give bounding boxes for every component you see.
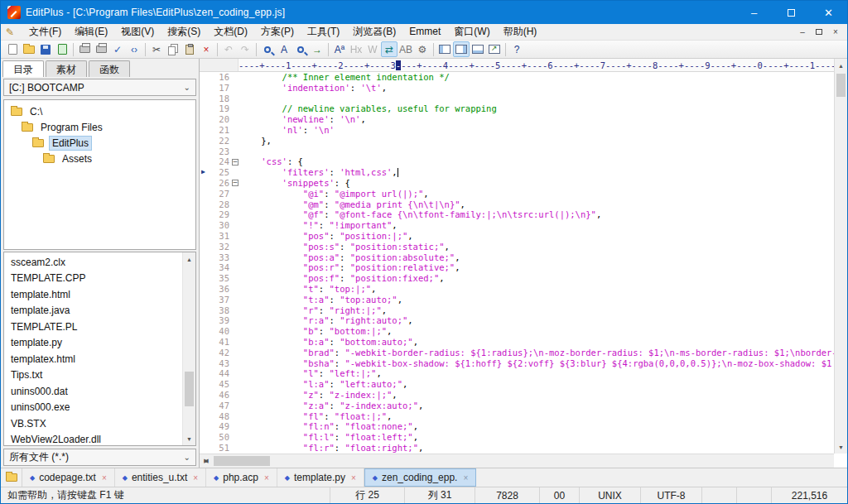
scroll-thumb[interactable]	[214, 456, 270, 466]
list-item[interactable]: Tips.txt	[4, 367, 181, 384]
code-line[interactable]: 41 "b:a": "bottom:auto;",	[200, 337, 834, 348]
list-item[interactable]: templatex.html	[4, 351, 181, 367]
drive-selector[interactable]: [C:] BOOTCAMP ⌄	[3, 79, 196, 96]
line-number-toggle[interactable]: ⇄	[381, 41, 398, 57]
menu-item-file[interactable]: 文件(F)	[22, 24, 68, 39]
print-preview-button[interactable]	[76, 41, 93, 57]
context-help-button[interactable]: ?	[508, 41, 525, 57]
menu-item-browser[interactable]: 浏览器(B)	[346, 24, 402, 39]
menu-item-project[interactable]: 方案(P)	[254, 24, 301, 39]
list-item[interactable]: ssceam2.clx	[4, 254, 181, 271]
scroll-up-icon[interactable]: ▲	[183, 252, 195, 266]
html-toolbar-button[interactable]: ‹›	[126, 41, 142, 57]
output-window-toggle[interactable]	[470, 41, 486, 57]
editor-horizontal-scrollbar[interactable]: ◀ ▶	[200, 454, 834, 468]
menu-item-emmet[interactable]: Emmet	[402, 24, 447, 39]
code-line[interactable]: 45 "l:a": "left:auto;",	[200, 379, 834, 390]
list-item[interactable]: template.java	[4, 303, 181, 319]
code-line[interactable]: 39 "r:a": "right:auto;",	[200, 315, 834, 326]
tree-item[interactable]: Assets	[4, 151, 195, 166]
code-line[interactable]: 30 "!": "!important",	[200, 220, 834, 231]
close-button[interactable]: ✕	[810, 1, 847, 24]
code-line[interactable]: 27 "@i": "@import url(|);",	[200, 189, 834, 199]
code-line[interactable]: 42 "brad": "-webkit-border-radius: ${1:r…	[200, 348, 834, 358]
code-line[interactable]: 20 'newline': '\n',	[200, 114, 834, 125]
code-line[interactable]: 17 'indentation': '\t',	[200, 83, 834, 94]
save-all-button[interactable]	[54, 41, 70, 57]
tree-item[interactable]: Program Files	[4, 119, 195, 135]
print-button[interactable]	[93, 41, 109, 57]
menu-item-help[interactable]: 帮助(H)	[497, 24, 544, 39]
scroll-right-icon[interactable]: ▶	[200, 454, 213, 468]
tree-item[interactable]: EditPlus	[4, 135, 195, 151]
editor-vertical-scrollbar[interactable]: ▲ ▼	[834, 59, 847, 454]
list-item[interactable]: WebView2Loader.dll	[4, 432, 181, 447]
code-line[interactable]: 46 "z": "z-index:|;",	[200, 390, 834, 401]
font-size-button[interactable]: Aª	[331, 41, 348, 57]
save-button[interactable]	[37, 41, 54, 57]
doc-tab-template-py[interactable]: ◆template.py×	[277, 468, 364, 487]
code-line[interactable]: 49 "fl:n": "float:none;",	[200, 421, 834, 432]
scroll-thumb[interactable]	[836, 74, 846, 97]
code-view[interactable]: 16 /** Inner element indentation */17 'i…	[200, 72, 834, 454]
list-item[interactable]: unins000.exe	[4, 400, 181, 416]
redo-button[interactable]: ↷	[237, 41, 253, 57]
menu-item-edit[interactable]: 编辑(E)	[68, 24, 114, 39]
code-line[interactable]: 22 },	[200, 136, 834, 146]
sidebar-tab-cliptext[interactable]: 素材	[46, 60, 87, 77]
code-line[interactable]: 33 "pos:a": "position:absolute;",	[200, 252, 834, 263]
code-line[interactable]: 24– 'css': {	[200, 156, 834, 167]
close-tab-icon[interactable]: ×	[463, 473, 468, 482]
code-line[interactable]: 32 "pos:s": "position:static;",	[200, 242, 834, 252]
undo-button[interactable]: ↶	[220, 41, 237, 57]
doc-tab-codepage-txt[interactable]: ◆codepage.txt×	[22, 468, 115, 487]
cut-button[interactable]: ✂	[148, 41, 165, 57]
code-line[interactable]: 38 "r": "right:|;",	[200, 305, 834, 316]
code-line[interactable]: 35 "pos:f": "position:fixed;",	[200, 273, 834, 284]
mdi-minimize-button[interactable]: –	[794, 26, 811, 39]
preferences-button[interactable]: ⚙	[414, 41, 431, 57]
menu-item-tools[interactable]: 工具(T)	[301, 24, 346, 39]
code-line[interactable]: 47 "z:a": "z-index:auto;",	[200, 401, 834, 411]
editor-area[interactable]: ----+----1----+----2----+----3----+----4…	[200, 59, 847, 468]
code-line[interactable]: 48 "fl": "float:|;",	[200, 411, 834, 422]
hex-viewer-button[interactable]: Hx	[348, 41, 364, 57]
code-line[interactable]: 26– 'snippets': {	[200, 178, 834, 189]
delete-button[interactable]: ×	[198, 41, 214, 57]
scroll-thumb[interactable]	[185, 372, 194, 406]
list-item[interactable]: VB.STX	[4, 415, 181, 432]
list-item[interactable]: template.html	[4, 286, 181, 303]
code-line[interactable]: 44 "l": "left:|;",	[200, 368, 834, 379]
file-filter-selector[interactable]: 所有文件 (*.*) ⌄	[3, 449, 196, 466]
close-tab-icon[interactable]: ×	[351, 473, 356, 482]
list-item[interactable]: TEMPLATE.CPP	[4, 271, 181, 287]
code-line[interactable]: 19 // newline variables, useful for wrap…	[200, 103, 834, 114]
code-line[interactable]: 51 "fl:r": "float:right;",	[200, 443, 834, 454]
code-line[interactable]: 36 "t": "top:|;",	[200, 284, 834, 295]
syntax-toggle[interactable]: AB	[398, 41, 414, 57]
sidebar-tab-directory[interactable]: 目录	[2, 60, 44, 77]
code-line[interactable]: 43 "bsha": "-webkit-box-shadow: ${1:hoff…	[200, 358, 834, 369]
code-line[interactable]: 34 "pos:r": "position:relative;",	[200, 262, 834, 273]
code-line[interactable]: 50 "fl:l": "float:left;",	[200, 432, 834, 443]
copy-button[interactable]	[165, 41, 181, 57]
close-tab-icon[interactable]: ×	[193, 473, 198, 482]
directory-window-toggle[interactable]	[436, 41, 453, 57]
list-item[interactable]: unins000.dat	[4, 383, 181, 400]
list-item[interactable]: template.py	[4, 335, 181, 352]
replace-button[interactable]: A	[276, 41, 292, 57]
code-line[interactable]: 40 "b": "bottom:|;",	[200, 326, 834, 337]
scroll-down-icon[interactable]: ▼	[835, 440, 847, 454]
goto-line-button[interactable]: →	[309, 41, 325, 57]
browser-window-button[interactable]	[486, 41, 503, 57]
code-line[interactable]: ▶25 'filters': 'html,css',	[200, 167, 834, 178]
paste-button[interactable]	[181, 41, 198, 57]
code-line[interactable]: 28 "@m": "@media print {\n\t|\n}",	[200, 199, 834, 210]
menu-item-window[interactable]: 窗口(W)	[447, 24, 496, 39]
menu-item-search[interactable]: 搜索(S)	[161, 24, 207, 39]
code-line[interactable]: 23	[200, 146, 834, 157]
code-line[interactable]: 37 "t:a": "top:auto;",	[200, 295, 834, 305]
list-item[interactable]: TEMPLATE.PL	[4, 319, 181, 335]
fold-collapse-icon[interactable]: –	[229, 178, 240, 189]
file-list-scrollbar[interactable]: ▲ ▼	[182, 252, 195, 445]
